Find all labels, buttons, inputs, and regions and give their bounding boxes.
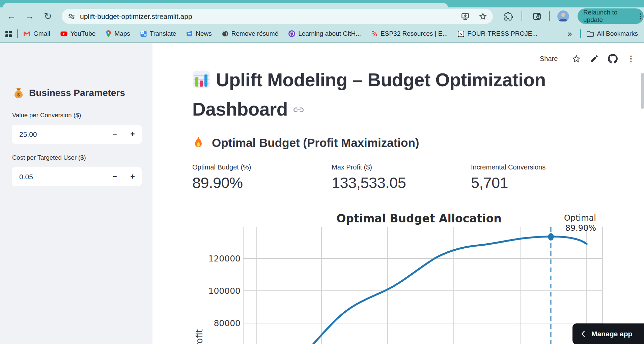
youtube-icon bbox=[60, 31, 67, 36]
bookmark-youtube[interactable]: YouTube bbox=[60, 30, 96, 37]
decrement-button[interactable]: − bbox=[106, 125, 123, 144]
site-settings-icon[interactable] bbox=[68, 13, 75, 20]
browser-tab[interactable] bbox=[3, 3, 448, 8]
bookmarks-bar: Gmail YouTube Maps A G Translate bbox=[0, 25, 644, 43]
reload-button[interactable]: ↻ bbox=[40, 7, 55, 25]
globe-icon bbox=[222, 31, 228, 37]
translate-icon: A G bbox=[140, 31, 147, 37]
annotation-line1: Optimal bbox=[564, 213, 596, 223]
metric-label: Incremental Conversions bbox=[471, 163, 610, 171]
relaunch-to-update-button[interactable]: Relaunch to update ⋮ bbox=[578, 8, 644, 24]
favorite-star-icon[interactable] bbox=[567, 54, 585, 64]
input-label-cost-per-user: Cost per Targeted User ($) bbox=[12, 154, 86, 161]
install-app-icon[interactable] bbox=[461, 12, 470, 21]
extensions-icon[interactable] bbox=[504, 12, 513, 21]
news-icon bbox=[186, 31, 193, 37]
ytick-120000: 120000 bbox=[208, 254, 241, 263]
chevron-left-icon bbox=[581, 330, 585, 338]
svg-text:A: A bbox=[141, 31, 143, 34]
app-header-actions: Share ⋮ bbox=[540, 51, 641, 66]
all-bookmarks-button[interactable]: All Bookmarks bbox=[586, 30, 638, 37]
browser-toolbar: ← → ↻ uplift-budget-optimizer.streamlit.… bbox=[0, 7, 644, 25]
bookmark-esp32[interactable]: ESP32 Resources | E... bbox=[371, 30, 448, 37]
url-text[interactable]: uplift-budget-optimizer.streamlit.app bbox=[80, 12, 192, 21]
apps-grid-icon[interactable] bbox=[5, 31, 12, 37]
page-title-line2: Dashboard bbox=[192, 99, 288, 120]
page-scrollbar[interactable] bbox=[641, 73, 644, 109]
chart-title: Optimal Budget Allocation bbox=[336, 212, 502, 225]
profit-curve bbox=[313, 237, 587, 344]
ytick-100000: 100000 bbox=[208, 286, 241, 296]
sidebar-heading: $ Business Parameters bbox=[13, 87, 125, 99]
manage-app-button[interactable]: Manage app bbox=[572, 323, 644, 344]
espressif-icon bbox=[371, 31, 377, 37]
svg-text:N: N bbox=[459, 32, 463, 36]
toolbar-divider bbox=[522, 11, 522, 21]
address-bar[interactable]: uplift-budget-optimizer.streamlit.app bbox=[62, 9, 493, 24]
sidebar: $ Business Parameters Value per Conversi… bbox=[0, 43, 152, 344]
svg-text:G: G bbox=[144, 33, 146, 36]
increment-button[interactable]: + bbox=[124, 125, 141, 144]
money-bag-icon: $ bbox=[13, 87, 24, 99]
toolbar-divider bbox=[549, 11, 550, 21]
metric-value: 5,701 bbox=[471, 174, 610, 192]
bookmarks-divider bbox=[580, 29, 581, 38]
y-gridlines bbox=[243, 258, 603, 323]
y-axis-label: Profit bbox=[194, 329, 204, 344]
value-per-conversion-input[interactable]: 25.00 − + bbox=[12, 125, 142, 144]
bookmark-remove-resume[interactable]: Remove résumé bbox=[222, 30, 278, 37]
profit-curve-chart: 120000 100000 80000 Profit Optimal Budge… bbox=[192, 208, 607, 344]
back-button[interactable]: ← bbox=[4, 7, 19, 25]
app-menu-dots-icon[interactable]: ⋮ bbox=[622, 54, 640, 63]
metric-value: 133,533.05 bbox=[332, 174, 471, 192]
github-icon[interactable] bbox=[604, 54, 622, 64]
annotation-line2: 89.90% bbox=[565, 223, 596, 233]
github-icon bbox=[288, 30, 295, 37]
fire-icon bbox=[192, 136, 204, 150]
input-label-value-per-conversion: Value per Conversion ($) bbox=[12, 112, 81, 119]
bookmark-translate[interactable]: A G Translate bbox=[140, 30, 176, 37]
metric-label: Optimal Budget (%) bbox=[192, 163, 332, 171]
notion-icon: N bbox=[458, 31, 464, 37]
decrement-button[interactable]: − bbox=[106, 167, 123, 186]
bookmark-news[interactable]: News bbox=[186, 30, 212, 37]
page-title: Uplift Modeling – Budget Optimization Da… bbox=[192, 67, 611, 122]
edit-pencil-icon[interactable] bbox=[585, 54, 604, 63]
profile-avatar[interactable] bbox=[557, 10, 569, 22]
metric-label: Max Profit ($) bbox=[332, 163, 471, 171]
metric-optimal-budget: Optimal Budget (%) 89.90% bbox=[192, 163, 332, 192]
bookmarks-divider bbox=[17, 29, 18, 38]
input-value[interactable]: 25.00 bbox=[19, 125, 37, 144]
bookmark-github-learning[interactable]: Learning about GitH... bbox=[288, 30, 361, 37]
bookmark-gmail[interactable]: Gmail bbox=[23, 30, 50, 37]
bookmark-maps[interactable]: Maps bbox=[106, 30, 130, 37]
svg-text:$: $ bbox=[17, 92, 20, 97]
metric-value: 89.90% bbox=[192, 174, 332, 192]
input-value[interactable]: 0.05 bbox=[19, 167, 33, 186]
section-heading: Optimal Budget (Profit Maximization) bbox=[192, 136, 419, 150]
optimal-point-marker bbox=[548, 233, 554, 241]
cost-per-user-input[interactable]: 0.05 − + bbox=[12, 167, 142, 186]
ytick-80000: 80000 bbox=[214, 318, 241, 328]
bookmark-star-icon[interactable] bbox=[478, 12, 487, 21]
metric-max-profit: Max Profit ($) 133,533.05 bbox=[332, 163, 471, 192]
link-anchor-icon[interactable] bbox=[293, 95, 304, 120]
search-tabs-icon[interactable] bbox=[532, 12, 541, 21]
increment-button[interactable]: + bbox=[124, 167, 141, 186]
folder-icon bbox=[586, 30, 594, 37]
bookmark-notion[interactable]: N FOUR-TRESS PROJE... bbox=[458, 30, 537, 37]
bookmarks-overflow-chevron[interactable]: » bbox=[567, 29, 572, 38]
share-button[interactable]: Share bbox=[540, 55, 558, 63]
metric-incremental-conversions: Incremental Conversions 5,701 bbox=[471, 163, 610, 192]
x-gridlines bbox=[257, 227, 586, 344]
metrics-row: Optimal Budget (%) 89.90% Max Profit ($)… bbox=[192, 163, 611, 192]
gmail-icon bbox=[23, 31, 30, 36]
pill-menu-dots-icon[interactable]: ⋮ bbox=[637, 12, 644, 20]
bar-chart-emoji-icon bbox=[192, 70, 211, 95]
page-title-line1: Uplift Modeling – Budget Optimization bbox=[216, 69, 546, 90]
forward-button[interactable]: → bbox=[22, 7, 37, 25]
maps-icon bbox=[106, 30, 111, 37]
